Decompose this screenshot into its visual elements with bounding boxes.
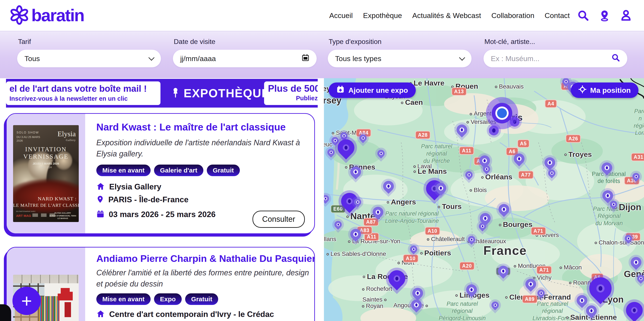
map-marker[interactable] bbox=[602, 190, 613, 201]
nav-accueil[interactable]: Accueil bbox=[329, 11, 353, 20]
map-marker[interactable] bbox=[466, 284, 477, 295]
map-marker[interactable] bbox=[632, 173, 640, 180]
logo[interactable]: baratin bbox=[10, 5, 84, 26]
map-city-label: Dijon bbox=[614, 202, 641, 212]
nav-contact[interactable]: Contact bbox=[545, 11, 570, 20]
geolocation-icon[interactable] bbox=[598, 9, 610, 21]
map-marker[interactable] bbox=[324, 195, 329, 202]
road-badge: A71 bbox=[536, 266, 552, 274]
map[interactable]: France Ajouter une expo Ma position eyer… bbox=[324, 78, 644, 321]
road-badge: A13 bbox=[451, 87, 466, 96]
map-marker[interactable] bbox=[338, 139, 354, 156]
map-marker[interactable] bbox=[538, 290, 545, 297]
expo-title[interactable]: Nard Kwast : Le maître de l'art classiqu… bbox=[96, 121, 305, 133]
road-badge: A71 bbox=[531, 227, 546, 235]
map-city-label: rieuc bbox=[324, 141, 332, 148]
map-marker[interactable] bbox=[631, 257, 642, 268]
newsletter-box[interactable]: el de l'art dans votre boîte mail ! Insc… bbox=[6, 81, 160, 105]
date-input[interactable]: jj/mm/aaaa bbox=[173, 50, 317, 67]
map-park-label: Parc naturel régionalLoire-Anjou-Tourain… bbox=[385, 210, 439, 225]
map-marker[interactable] bbox=[637, 275, 644, 282]
map-marker[interactable] bbox=[589, 277, 612, 300]
add-expo-button[interactable]: Ajouter une expo bbox=[329, 82, 416, 98]
tarif-select[interactable]: Tous bbox=[17, 50, 161, 67]
map-marker[interactable] bbox=[354, 198, 361, 206]
expo-description: Exposition individuelle de l'artiste née… bbox=[96, 137, 305, 159]
map-marker[interactable] bbox=[514, 153, 524, 164]
filter-bar: Tarif Tous Date de visite jj/mm/aaaa Typ… bbox=[0, 31, 644, 78]
crosshair-icon bbox=[578, 85, 586, 95]
search-icon[interactable] bbox=[577, 9, 589, 21]
map-marker[interactable] bbox=[544, 157, 555, 168]
map-marker[interactable] bbox=[350, 167, 361, 177]
map-marker[interactable] bbox=[625, 235, 632, 242]
map-marker[interactable] bbox=[577, 295, 587, 306]
map-marker[interactable] bbox=[377, 150, 385, 157]
map-marker[interactable] bbox=[586, 305, 597, 316]
search-icon[interactable] bbox=[612, 53, 620, 64]
tarif-value: Tous bbox=[24, 54, 149, 63]
location-name: PARIS - Île-de-France bbox=[108, 195, 188, 204]
road-badge: A20 bbox=[459, 262, 474, 270]
map-marker[interactable] bbox=[479, 155, 490, 166]
expotheque-banner[interactable]: el de l'art dans votre boîte mail ! Insc… bbox=[6, 79, 318, 108]
nav-actualites-webcast[interactable]: Actualités & Webcast bbox=[412, 11, 481, 20]
expo-card[interactable]: Andiamo Pierre Charpin & Nathalie Du Pas… bbox=[6, 247, 315, 321]
keyword-label: Mot-clé, artiste... bbox=[484, 38, 535, 46]
map-marker[interactable] bbox=[498, 204, 509, 215]
map-marker[interactable] bbox=[412, 288, 423, 299]
map-marker[interactable] bbox=[327, 149, 335, 156]
consulter-button[interactable]: Consulter bbox=[252, 211, 305, 228]
city-dot bbox=[499, 224, 501, 226]
pushpin-icon bbox=[171, 87, 180, 99]
expo-card-image: SOLO SHOW DU 3 AU 25 MARS 2026 Elysia Ga… bbox=[7, 114, 85, 233]
map-marker[interactable] bbox=[388, 270, 405, 287]
chevron-down-icon bbox=[459, 55, 465, 61]
map-marker[interactable] bbox=[548, 170, 556, 177]
map-marker[interactable] bbox=[468, 236, 475, 243]
map-marker[interactable] bbox=[492, 302, 499, 309]
keyword-input[interactable] bbox=[491, 54, 612, 63]
expo-card[interactable]: SOLO SHOW DU 3 AU 25 MARS 2026 Elysia Ga… bbox=[6, 113, 315, 234]
map-city-label: Poitiers bbox=[420, 249, 451, 257]
map-cluster-marker[interactable] bbox=[486, 97, 518, 129]
road-badge: A28 bbox=[415, 131, 430, 139]
type-select[interactable]: Tous les types bbox=[328, 50, 472, 67]
map-marker[interactable] bbox=[498, 266, 509, 277]
map-marker[interactable] bbox=[465, 171, 472, 179]
city-dot bbox=[466, 121, 469, 123]
city-dot bbox=[514, 265, 516, 268]
map-marker[interactable] bbox=[373, 207, 383, 218]
map-city-label: Saintes bbox=[362, 296, 386, 303]
map-marker[interactable] bbox=[483, 165, 490, 173]
map-marker[interactable] bbox=[411, 300, 422, 310]
date-label: Date de visite bbox=[174, 38, 216, 46]
results-panel: el de l'art dans votre boîte mail ! Insc… bbox=[0, 78, 318, 321]
nav-collaboration[interactable]: Collaboration bbox=[491, 11, 534, 20]
map-marker[interactable] bbox=[436, 183, 446, 194]
road-badge: A10 bbox=[425, 227, 440, 235]
my-position-button[interactable]: Ma position bbox=[571, 82, 638, 98]
map-city-label: Beauvais bbox=[495, 83, 524, 90]
calendar-icon[interactable] bbox=[302, 54, 309, 63]
publish-box[interactable]: Plus de 500 Publiez bbox=[264, 81, 318, 105]
map-marker[interactable] bbox=[350, 229, 361, 240]
expo-title[interactable]: Andiamo Pierre Charpin & Nathalie Du Pas… bbox=[96, 253, 315, 264]
map-marker[interactable] bbox=[340, 132, 348, 139]
map-marker[interactable] bbox=[610, 201, 617, 208]
nav-expotheque[interactable]: Expothèque bbox=[363, 11, 402, 20]
map-marker[interactable] bbox=[334, 221, 342, 228]
add-fab-button[interactable]: + bbox=[12, 287, 41, 315]
map-marker[interactable] bbox=[456, 124, 467, 135]
keyword-search-box[interactable] bbox=[484, 50, 627, 67]
map-marker[interactable] bbox=[410, 246, 417, 253]
map-marker[interactable] bbox=[479, 223, 486, 230]
map-marker[interactable] bbox=[525, 279, 536, 290]
account-icon[interactable] bbox=[620, 9, 632, 21]
map-marker[interactable] bbox=[480, 213, 490, 224]
map-marker[interactable] bbox=[626, 302, 643, 319]
map-marker[interactable] bbox=[602, 162, 612, 173]
map-marker[interactable] bbox=[383, 181, 394, 192]
map-marker[interactable] bbox=[359, 134, 366, 142]
venue-row: Elysia Gallery bbox=[96, 182, 305, 192]
